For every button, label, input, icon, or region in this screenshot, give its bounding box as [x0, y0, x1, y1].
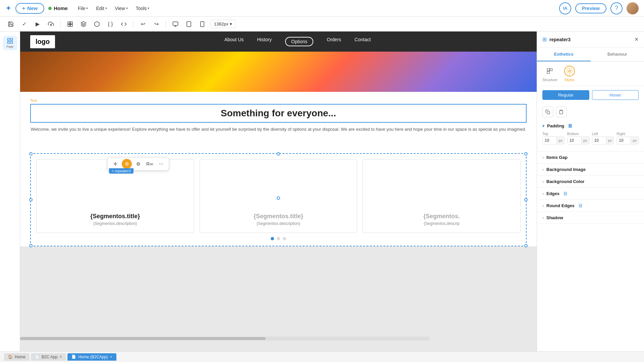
- play-button[interactable]: ▶: [32, 19, 43, 29]
- round-edges-section[interactable]: › Round Edges ⛓: [537, 200, 644, 212]
- preview-button[interactable]: Preview: [575, 3, 606, 13]
- html-button[interactable]: [118, 19, 129, 29]
- home-text: Home: [54, 5, 68, 11]
- float-data-btn[interactable]: R∞: [145, 159, 155, 169]
- items-gap-label: Items Gap: [546, 155, 568, 160]
- horizontal-scrollbar[interactable]: [20, 337, 429, 341]
- handle-bm[interactable]: [277, 196, 280, 200]
- view-label: View: [115, 6, 125, 11]
- desktop-button[interactable]: [170, 19, 181, 29]
- divider-1: [60, 20, 61, 28]
- float-style-btn[interactable]: ⚙: [122, 159, 132, 169]
- handle-mr[interactable]: [524, 198, 528, 201]
- undo-button[interactable]: ↩: [138, 19, 148, 29]
- site-nav-orders[interactable]: Orders: [327, 37, 341, 46]
- handle-bl[interactable]: [29, 244, 33, 247]
- tab-home-b2c-close[interactable]: ✕: [110, 355, 112, 359]
- mobile-button[interactable]: [197, 19, 208, 29]
- tab-home[interactable]: 🏠 Home: [4, 353, 30, 361]
- view-chevron: ▾: [126, 6, 128, 10]
- padding-header[interactable]: ▾ Padding ⛓: [537, 120, 644, 132]
- card3-desc: {Segmentos.descrip: [424, 221, 460, 226]
- components-button[interactable]: [65, 19, 75, 29]
- tab-b2c-close[interactable]: ✕: [59, 355, 62, 359]
- canvas-area[interactable]: logo About Us History Options Orders Con…: [20, 32, 537, 351]
- structure-icon: [544, 66, 555, 76]
- new-button[interactable]: + New: [15, 3, 44, 14]
- site-nav-options[interactable]: Options: [285, 37, 313, 46]
- tab-esthetics[interactable]: Esthetics: [537, 48, 591, 61]
- regular-state-btn[interactable]: Regular: [542, 90, 589, 100]
- tab-b2c-app[interactable]: 📄 B2C App ✕: [31, 353, 66, 361]
- float-move-btn[interactable]: ✛: [110, 159, 120, 169]
- style-tab-structure[interactable]: Structure: [542, 66, 557, 82]
- ia-button[interactable]: IA: [559, 2, 571, 14]
- site-nav-contact[interactable]: Contact: [355, 37, 371, 46]
- items-gap-section[interactable]: › Items Gap: [537, 152, 644, 164]
- svg-rect-1: [68, 22, 70, 24]
- copy-styles-button[interactable]: [542, 107, 553, 117]
- card1-desc: {Segmentos.description}: [93, 221, 137, 226]
- padding-bottom-field[interactable]: [568, 137, 581, 144]
- file-menu[interactable]: File ▾: [74, 4, 92, 13]
- style-tab-styles[interactable]: Styles: [564, 66, 575, 82]
- padding-top-field[interactable]: [543, 137, 556, 144]
- tab-home-b2capp[interactable]: 📄 Home (B2CApp) ✕: [67, 353, 116, 361]
- svg-point-20: [569, 70, 570, 72]
- hover-state-btn[interactable]: Hover: [592, 90, 639, 100]
- layers-button[interactable]: [78, 19, 89, 29]
- code-button[interactable]: { }: [105, 19, 116, 29]
- view-menu[interactable]: View ▾: [112, 4, 131, 13]
- tab-behaviour[interactable]: Behaviour: [591, 48, 644, 61]
- export-button[interactable]: [46, 19, 56, 29]
- tools-menu[interactable]: Tools ▾: [132, 4, 153, 13]
- handle-br[interactable]: [524, 244, 528, 247]
- check-button[interactable]: ✓: [19, 19, 30, 29]
- sidebar-item-page[interactable]: Page: [3, 36, 17, 50]
- avatar[interactable]: [627, 2, 639, 14]
- repeater-card-3: {Segmentos. {Segmentos.descrip: [363, 159, 521, 233]
- edit-menu[interactable]: Edit ▾: [93, 4, 110, 13]
- site-nav-history[interactable]: History: [257, 37, 272, 46]
- dot-2[interactable]: [277, 237, 280, 240]
- float-more-btn[interactable]: ⋯: [156, 159, 166, 169]
- background-color-section[interactable]: › Background Color: [537, 176, 644, 188]
- padding-right-input[interactable]: px: [616, 136, 639, 144]
- panel-header: ⊞ repeater3 ✕: [537, 32, 644, 48]
- padding-right-field[interactable]: [617, 137, 631, 144]
- shadow-label: Shadow: [546, 215, 563, 220]
- panel-close-button[interactable]: ✕: [634, 36, 639, 43]
- padding-title: Padding: [547, 123, 564, 128]
- connections-button[interactable]: [92, 19, 102, 29]
- repeater-section: {Segmentos.title} {Segmentos.description…: [30, 153, 527, 246]
- tablet-button[interactable]: [183, 19, 194, 29]
- handle-tm[interactable]: [277, 152, 280, 156]
- shadow-section[interactable]: › Shadow: [537, 212, 644, 224]
- padding-top-input[interactable]: px: [542, 136, 565, 144]
- padding-left-field[interactable]: [592, 137, 606, 144]
- px-chevron: ▾: [230, 21, 232, 26]
- edges-section[interactable]: › Edges ⛓: [537, 188, 644, 200]
- dot-1[interactable]: [271, 237, 274, 240]
- tab-b2c-label: B2C App: [42, 355, 57, 359]
- padding-content: Top px Bottom px Left: [537, 132, 644, 151]
- state-buttons: Regular Hover: [537, 86, 644, 104]
- padding-left-unit: px: [606, 137, 614, 144]
- padding-left-input[interactable]: px: [592, 136, 614, 144]
- paste-styles-button[interactable]: [556, 107, 567, 117]
- repeater-breadcrumb[interactable]: < repeater3: [109, 168, 133, 174]
- help-button[interactable]: ?: [610, 2, 623, 14]
- handle-ml[interactable]: [29, 198, 33, 201]
- float-settings-btn[interactable]: ⚙: [133, 159, 143, 169]
- padding-link-icon[interactable]: ⛓: [568, 124, 572, 128]
- save-button[interactable]: [5, 19, 16, 29]
- svg-rect-17: [547, 69, 550, 71]
- handle-tl[interactable]: [29, 152, 33, 156]
- redo-button[interactable]: ↪: [151, 19, 162, 29]
- site-nav-about[interactable]: About Us: [224, 37, 244, 46]
- handle-tr[interactable]: [524, 152, 528, 156]
- background-image-section[interactable]: › Background Image: [537, 164, 644, 176]
- scroll-thumb[interactable]: [20, 337, 266, 340]
- dot-3[interactable]: [283, 237, 286, 240]
- padding-bottom-input[interactable]: px: [567, 136, 589, 144]
